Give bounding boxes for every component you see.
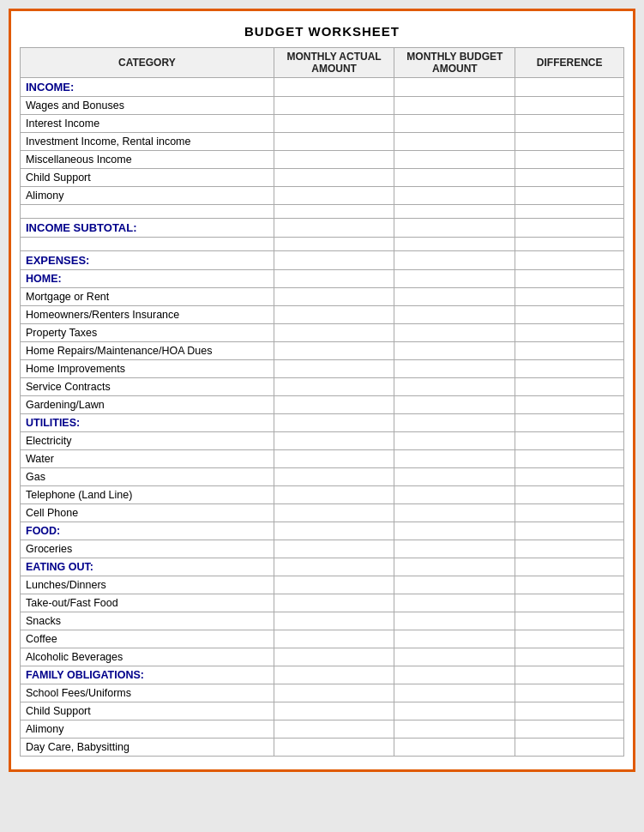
row-budget[interactable] [394, 324, 515, 342]
row-actual[interactable] [274, 151, 394, 169]
row-actual[interactable] [274, 288, 394, 306]
row-budget[interactable] [394, 450, 515, 468]
row-label: Property Taxes [21, 324, 274, 342]
row-actual[interactable] [274, 576, 394, 594]
subsection-label: EATING OUT: [21, 558, 274, 576]
section-budget [394, 219, 515, 238]
row-budget[interactable] [394, 468, 515, 486]
row-diff [515, 342, 624, 360]
subsection-budget [394, 522, 515, 540]
subsection-budget [394, 558, 515, 576]
row-actual[interactable] [274, 187, 394, 205]
row-diff [515, 540, 624, 558]
row-budget[interactable] [394, 432, 515, 450]
subsection-header-row: FOOD: [21, 522, 624, 540]
row-budget[interactable] [394, 306, 515, 324]
row-budget[interactable] [394, 187, 515, 205]
subsection-label: FOOD: [21, 522, 274, 540]
row-budget[interactable] [394, 151, 515, 169]
row-actual[interactable] [274, 594, 394, 612]
page-title: BUDGET WORKSHEET [20, 24, 624, 39]
header-budget: MONTHLY BUDGET AMOUNT [394, 48, 515, 78]
row-budget[interactable] [394, 342, 515, 360]
section-budget [394, 78, 515, 97]
row-actual[interactable] [274, 540, 394, 558]
row-actual[interactable] [274, 324, 394, 342]
row-label: Alcoholic Beverages [21, 648, 274, 666]
row-budget[interactable] [394, 684, 515, 702]
row-actual[interactable] [274, 396, 394, 414]
row-actual[interactable] [274, 115, 394, 133]
row-budget[interactable] [394, 702, 515, 720]
row-budget[interactable] [394, 612, 515, 630]
row-actual[interactable] [274, 504, 394, 522]
row-label: Alimony [21, 720, 274, 739]
subsection-actual [274, 666, 394, 684]
row-actual[interactable] [274, 432, 394, 450]
table-row: Coffee [21, 630, 624, 648]
row-actual[interactable] [274, 486, 394, 504]
subsection-diff [515, 270, 624, 288]
row-budget[interactable] [394, 630, 515, 648]
row-budget[interactable] [394, 378, 515, 396]
row-budget[interactable] [394, 648, 515, 666]
row-budget[interactable] [394, 360, 515, 378]
row-budget[interactable] [394, 540, 515, 558]
table-row: Water [21, 450, 624, 468]
row-budget[interactable] [394, 594, 515, 612]
row-budget[interactable] [394, 396, 515, 414]
row-actual[interactable] [274, 684, 394, 702]
row-label: Gardening/Lawn [21, 396, 274, 414]
row-actual[interactable] [274, 97, 394, 115]
row-label: Groceries [21, 540, 274, 558]
row-actual[interactable] [274, 378, 394, 396]
table-row: Miscellaneous Income [21, 151, 624, 169]
section-header-row: INCOME SUBTOTAL: [21, 219, 624, 238]
row-actual[interactable] [274, 133, 394, 151]
row-actual[interactable] [274, 612, 394, 630]
row-budget[interactable] [394, 720, 515, 739]
row-actual[interactable] [274, 630, 394, 648]
row-budget[interactable] [394, 486, 515, 504]
row-diff [515, 151, 624, 169]
table-row: Alimony [21, 187, 624, 205]
row-label: Alimony [21, 187, 274, 205]
row-actual[interactable] [274, 306, 394, 324]
row-budget[interactable] [394, 97, 515, 115]
row-budget[interactable] [394, 504, 515, 522]
table-row: Cell Phone [21, 504, 624, 522]
table-row: Interest Income [21, 115, 624, 133]
row-actual[interactable] [274, 720, 394, 739]
row-actual[interactable] [274, 702, 394, 720]
section-header-row: EXPENSES: [21, 251, 624, 270]
row-diff [515, 306, 624, 324]
row-budget[interactable] [394, 739, 515, 757]
row-diff [515, 594, 624, 612]
row-budget[interactable] [394, 133, 515, 151]
row-label: Water [21, 450, 274, 468]
row-actual[interactable] [274, 468, 394, 486]
table-row: Investment Income, Rental income [21, 133, 624, 151]
row-diff [515, 450, 624, 468]
table-row: Child Support [21, 702, 624, 720]
row-diff [515, 169, 624, 187]
table-row: Mortgage or Rent [21, 288, 624, 306]
row-actual[interactable] [274, 360, 394, 378]
row-actual[interactable] [274, 342, 394, 360]
row-budget[interactable] [394, 576, 515, 594]
subsection-actual [274, 414, 394, 432]
row-budget[interactable] [394, 288, 515, 306]
row-budget[interactable] [394, 115, 515, 133]
blank-row [21, 205, 624, 219]
table-row: Day Care, Babysitting [21, 739, 624, 757]
row-actual[interactable] [274, 169, 394, 187]
row-diff [515, 739, 624, 757]
row-label: Home Improvements [21, 360, 274, 378]
row-actual[interactable] [274, 450, 394, 468]
row-actual[interactable] [274, 739, 394, 757]
row-diff [515, 378, 624, 396]
table-row: School Fees/Uniforms [21, 684, 624, 702]
row-actual[interactable] [274, 648, 394, 666]
row-label: Day Care, Babysitting [21, 739, 274, 757]
row-budget[interactable] [394, 169, 515, 187]
